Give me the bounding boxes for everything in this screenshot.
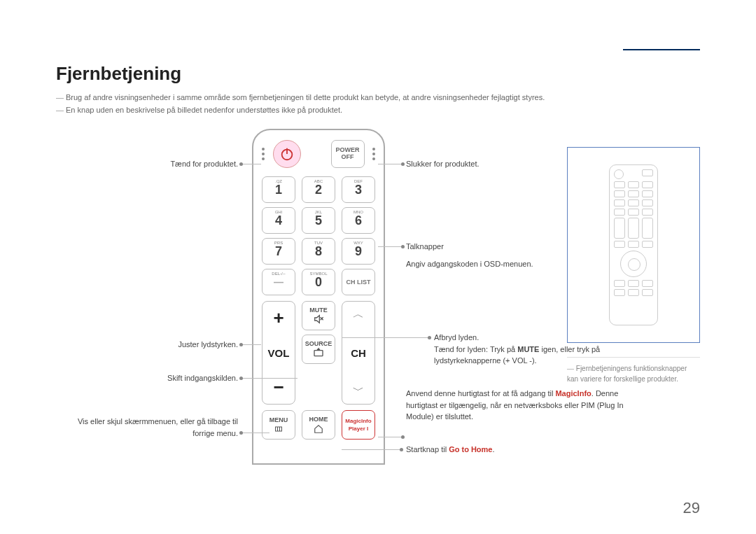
power-icon [279, 146, 295, 162]
leader-line [342, 449, 401, 450]
leader-line [241, 378, 298, 379]
callout-power-on: Tænd for produktet. [56, 158, 238, 170]
svg-rect-4 [314, 351, 323, 356]
power-off-button: POWER OFF [331, 140, 365, 168]
home-icon [313, 424, 324, 434]
source-button: SOURCE [302, 335, 335, 364]
callout-home: Startknap til Go to Home. [406, 444, 616, 456]
keypad-4: GHI4 [262, 207, 295, 234]
page-number: 29 [683, 499, 700, 517]
keypad-7: PRS7 [262, 238, 295, 265]
side-note: ― Fjernbetjeningens funktionsknapper kan… [567, 357, 700, 384]
chevron-up-icon: ︿ [353, 307, 364, 322]
mute-button: MUTE [302, 301, 335, 330]
remote-diagram: POWER OFF .QZ1ABC2DEF3 GHI4JKL5MNO6 PRS7… [252, 129, 385, 465]
vol-minus-icon: − [273, 377, 284, 398]
power-on-button [273, 140, 301, 168]
remote-thumbnail-box [567, 147, 700, 343]
note-2: En knap uden en beskrivelse på billedet … [66, 106, 342, 114]
leader-line [342, 337, 429, 338]
leader-line [378, 437, 402, 437]
volume-rocker: + VOL − [262, 301, 295, 405]
vol-plus-icon: + [273, 307, 284, 329]
decorative-dots [262, 148, 265, 160]
callout-magicinfo: Anvend denne hurtigtast for at få adgang… [406, 388, 630, 423]
keypad-9: WXY9 [342, 238, 375, 265]
menu-button: MENU [262, 410, 295, 440]
leader-line [241, 344, 261, 345]
keypad-5: JKL5 [302, 207, 335, 234]
channel-rocker: ︿ CH ﹀ [342, 301, 375, 405]
keypad-del: DEL-/--— [262, 269, 295, 295]
intro-notes: ―Brug af andre visningsenheder i samme o… [56, 92, 700, 116]
menu-icon [273, 425, 284, 433]
leader-line [378, 246, 402, 247]
leader-line [241, 433, 270, 433]
header-rule [623, 49, 700, 50]
svg-rect-5 [276, 427, 282, 431]
home-button: HOME [302, 410, 335, 440]
note-1: Brug af andre visningsenheder i samme om… [66, 93, 545, 101]
page-heading: Fjernbetjening [56, 63, 700, 85]
chevron-down-icon: ﹀ [353, 384, 364, 398]
keypad-6: MNO6 [342, 207, 375, 234]
callout-menu: Vis eller skjul skærmmenuen, eller gå ti… [56, 416, 238, 439]
leader-line [378, 164, 402, 164]
keypad-chlist: CH LIST [342, 269, 375, 295]
keypad-8: TUV8 [302, 238, 335, 265]
keypad-0: SYMBOL0 [302, 269, 335, 295]
keypad-1: .QZ1 [262, 176, 295, 203]
callout-volume: Juster lydstyrken. [56, 339, 238, 351]
keypad-2: ABC2 [302, 176, 335, 203]
decorative-dots [372, 148, 375, 160]
leader-line [241, 164, 261, 164]
remote-thumbnail [609, 164, 658, 325]
manual-page: Fjernbetjening ―Brug af andre visningsen… [0, 0, 756, 534]
mute-icon [313, 314, 324, 325]
magicinfo-button: MagicInfoPlayer I [342, 410, 375, 440]
source-icon [313, 347, 324, 358]
callout-source: Skift indgangskilden. [56, 372, 238, 384]
keypad-3: DEF3 [342, 176, 375, 203]
